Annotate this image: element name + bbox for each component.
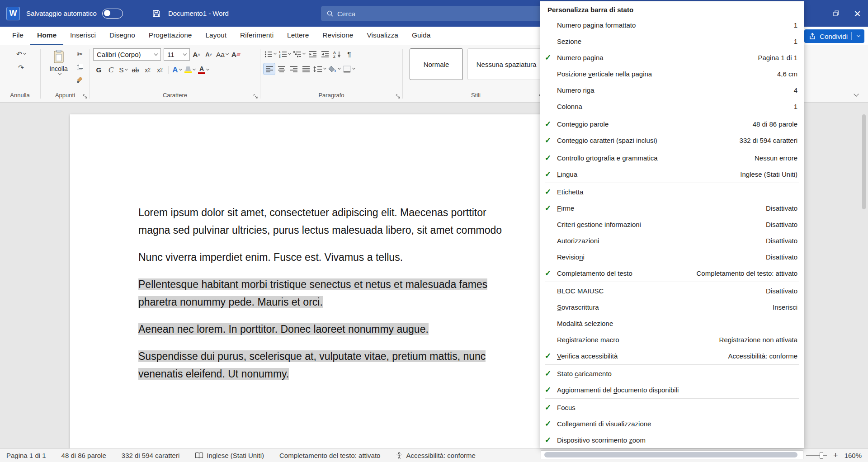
shrink-font-button[interactable]: A˅ bbox=[203, 49, 214, 60]
document-line[interactable]: Nunc viverra imperdiet enim. Fusce est. … bbox=[138, 251, 403, 263]
menu-item[interactable]: Colonna1 bbox=[540, 98, 804, 114]
menu-item[interactable]: Numero pagina formattato1 bbox=[540, 17, 804, 33]
menu-item[interactable]: ✓LinguaInglese (Stati Uniti) bbox=[540, 166, 804, 182]
tab-visualizza[interactable]: Visualizza bbox=[360, 27, 405, 45]
word-count[interactable]: 48 di 86 parole bbox=[61, 452, 106, 459]
show-formatting-marks-button[interactable]: ¶ bbox=[344, 48, 355, 60]
paste-button[interactable]: Incolla bbox=[45, 48, 73, 90]
document-line[interactable]: venenatis eleifend. Ut nonummy. bbox=[138, 368, 289, 380]
menu-item[interactable]: Sezione1 bbox=[540, 33, 804, 49]
menu-item[interactable]: Posizione verticale nella pagina4,6 cm bbox=[540, 66, 804, 82]
tab-file[interactable]: File bbox=[5, 27, 30, 45]
menu-item[interactable]: SovrascritturaInserisci bbox=[540, 299, 804, 315]
copy-button[interactable] bbox=[75, 61, 86, 72]
menu-item[interactable]: ✓Verifica accessibilitàAccessibilità: co… bbox=[540, 348, 804, 364]
menu-item[interactable]: RevisioniDisattivato bbox=[540, 249, 804, 265]
carattere-dialog-launcher[interactable] bbox=[253, 94, 258, 99]
menu-item[interactable]: BLOC MAIUSCDisattivato bbox=[540, 283, 804, 299]
style-card-normale[interactable]: Normale bbox=[410, 48, 463, 80]
grow-font-button[interactable]: A˄ bbox=[191, 49, 202, 60]
tab-lettere[interactable]: Lettere bbox=[280, 27, 316, 45]
menu-item[interactable]: Criteri gestione informazioniDisattivato bbox=[540, 216, 804, 232]
menu-item[interactable]: ✓Conteggio parole48 di 86 parole bbox=[540, 116, 804, 132]
menu-item[interactable]: ✓FirmeDisattivato bbox=[540, 200, 804, 216]
text-prediction-status[interactable]: Completamento del testo: attivato bbox=[279, 452, 380, 459]
menu-horizontal-scrollbar[interactable] bbox=[541, 450, 803, 459]
font-color-button[interactable]: A bbox=[197, 64, 210, 75]
justify-button[interactable] bbox=[300, 63, 311, 75]
underline-button[interactable]: S bbox=[118, 64, 129, 75]
text-effects-button[interactable]: A bbox=[171, 64, 183, 75]
change-case-button[interactable]: Aa bbox=[215, 49, 229, 60]
line-spacing-button[interactable] bbox=[312, 63, 327, 75]
menu-item[interactable]: ✓Etichetta bbox=[540, 184, 804, 200]
appunti-dialog-launcher[interactable] bbox=[83, 94, 88, 99]
save-button[interactable] bbox=[152, 9, 161, 18]
accessibility-status[interactable]: Accessibilità: conforme bbox=[396, 452, 475, 459]
bullets-button[interactable] bbox=[264, 48, 277, 60]
tab-riferimenti[interactable]: Riferimenti bbox=[233, 27, 280, 45]
shading-button[interactable] bbox=[328, 63, 341, 75]
document-line[interactable]: Pellentesque habitant morbi tristique se… bbox=[138, 278, 487, 290]
document-line[interactable]: Aenean nec lorem. In porttitor. Donec la… bbox=[138, 323, 429, 335]
format-painter-button[interactable] bbox=[75, 74, 86, 85]
menu-item[interactable]: ✓Completamento del testoCompletamento de… bbox=[540, 265, 804, 281]
search-box[interactable] bbox=[321, 6, 543, 21]
zoom-slider[interactable] bbox=[806, 455, 827, 456]
zoom-in-button[interactable]: + bbox=[833, 451, 838, 460]
strikethrough-button[interactable]: ab bbox=[130, 64, 141, 75]
document-line[interactable]: magna sed pulvinar ultricies, purus lect… bbox=[138, 224, 502, 236]
close-window-button[interactable]: × bbox=[847, 0, 868, 27]
align-right-button[interactable] bbox=[288, 63, 299, 75]
menu-item[interactable]: Modalità selezione bbox=[540, 315, 804, 331]
tab-progettazione[interactable]: Progettazione bbox=[142, 27, 199, 45]
menu-item[interactable]: ✓Stato caricamento bbox=[540, 365, 804, 382]
subscript-button[interactable]: x2 bbox=[142, 64, 153, 75]
zoom-percentage[interactable]: 160% bbox=[844, 452, 862, 459]
menu-item[interactable]: ✓Conteggio caratteri (spazi inclusi)332 … bbox=[540, 132, 804, 148]
vertical-scrollbar[interactable] bbox=[861, 113, 867, 439]
menu-item[interactable]: AutorizzazioniDisattivato bbox=[540, 232, 804, 249]
decrease-indent-button[interactable] bbox=[307, 48, 318, 60]
font-size-select[interactable]: 11 bbox=[164, 48, 190, 61]
scrollbar-thumb[interactable] bbox=[544, 452, 797, 457]
paragrafo-dialog-launcher[interactable] bbox=[396, 94, 401, 99]
page-indicator[interactable]: Pagina 1 di 1 bbox=[6, 452, 46, 459]
style-card-nessuna-spaziatura[interactable]: Nessuna spaziatura bbox=[467, 48, 545, 80]
bold-button[interactable]: G bbox=[93, 64, 104, 75]
italic-button[interactable]: C bbox=[105, 64, 117, 75]
document-line[interactable]: Suspendisse dui purus, scelerisque at, v… bbox=[138, 350, 486, 362]
borders-button[interactable] bbox=[342, 63, 356, 75]
tab-disegno[interactable]: Disegno bbox=[103, 27, 142, 45]
redo-button[interactable]: ↷ bbox=[15, 62, 27, 73]
tab-guida[interactable]: Guida bbox=[405, 27, 437, 45]
tab-layout[interactable]: Layout bbox=[198, 27, 233, 45]
numbering-button[interactable]: 123 bbox=[278, 48, 292, 60]
zoom-slider-thumb[interactable] bbox=[820, 452, 823, 459]
multilevel-list-button[interactable] bbox=[292, 48, 306, 60]
char-count[interactable]: 332 di 594 caratteri bbox=[122, 452, 179, 459]
align-left-button[interactable] bbox=[264, 63, 275, 75]
menu-item[interactable]: ✓Collegamenti di visualizzazione bbox=[540, 415, 804, 432]
share-button[interactable]: Condividi bbox=[804, 29, 864, 43]
superscript-button[interactable]: x2 bbox=[154, 64, 165, 75]
language-status[interactable]: Inglese (Stati Uniti) bbox=[195, 452, 264, 459]
sort-button[interactable]: AZ bbox=[331, 48, 343, 60]
tab-home[interactable]: Home bbox=[30, 27, 63, 45]
menu-item[interactable]: ✓Focus bbox=[540, 399, 804, 415]
search-input[interactable] bbox=[337, 10, 509, 18]
collapse-ribbon-button[interactable] bbox=[850, 90, 861, 99]
increase-indent-button[interactable] bbox=[319, 48, 330, 60]
autosave-toggle[interactable] bbox=[102, 9, 123, 19]
menu-item[interactable]: ✓Numero paginaPagina 1 di 1 bbox=[540, 49, 804, 66]
menu-item[interactable]: ✓Aggiornamenti del documento disponibili bbox=[540, 382, 804, 398]
document-line[interactable]: pharetra nonummy pede. Mauris et orci. bbox=[138, 296, 323, 308]
undo-button[interactable]: ↶ bbox=[15, 48, 27, 60]
scrollbar-thumb[interactable] bbox=[862, 114, 866, 209]
document-line[interactable]: Lorem ipsum dolor sit amet, consectetuer… bbox=[138, 207, 486, 218]
restore-window-button[interactable] bbox=[826, 0, 847, 27]
menu-item[interactable]: Registrazione macroRegistrazione non att… bbox=[540, 331, 804, 348]
menu-item[interactable]: ✓Dispositivo scorrimento zoom bbox=[540, 432, 804, 448]
tab-revisione[interactable]: Revisione bbox=[316, 27, 360, 45]
menu-item[interactable]: ✓Controllo ortografia e grammaticaNessun… bbox=[540, 150, 804, 166]
